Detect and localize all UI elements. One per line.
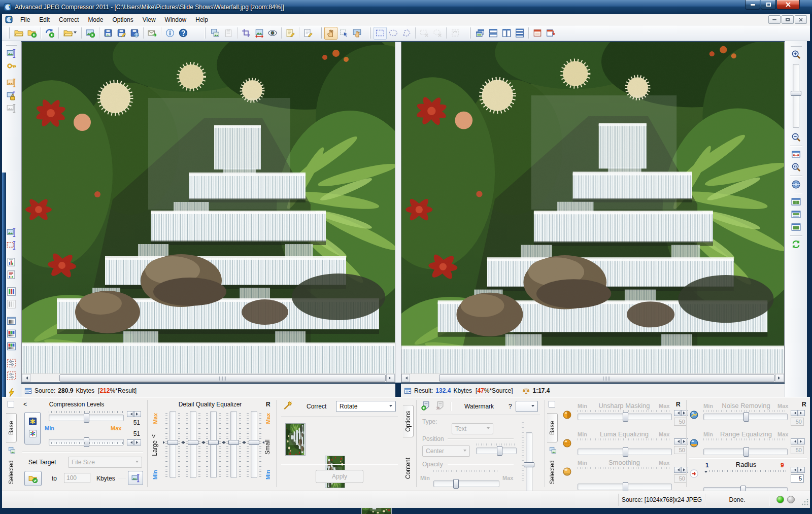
zoom-slider[interactable]: [793, 64, 799, 128]
menu-edit[interactable]: Edit: [35, 15, 54, 25]
menu-view[interactable]: View: [138, 15, 160, 25]
equalizer-thumb[interactable]: [208, 440, 219, 445]
child-close-button[interactable]: [795, 15, 807, 24]
toolbar-grabber[interactable]: [791, 45, 802, 47]
equalizer-slider-3[interactable]: [210, 411, 217, 478]
spin[interactable]: [791, 467, 805, 473]
slider-thumb[interactable]: [524, 462, 534, 467]
menu-options[interactable]: Options: [108, 15, 138, 25]
child-minimize-button[interactable]: [768, 15, 781, 24]
compress-locked-icon[interactable]: [5, 89, 18, 102]
correct-mode-dropdown[interactable]: Rotate: [336, 401, 396, 412]
slider-thumb[interactable]: [453, 479, 459, 489]
scroll-left-icon[interactable]: [22, 374, 30, 382]
close-button[interactable]: [776, 0, 800, 10]
position-dropdown[interactable]: Center: [422, 446, 470, 457]
equalizer-slider-2[interactable]: [190, 411, 196, 478]
equalizer-slider-5[interactable]: [251, 411, 257, 478]
child-restore-button[interactable]: [782, 15, 794, 24]
menu-correct[interactable]: Correct: [54, 15, 83, 25]
equalizer-slider-1[interactable]: [170, 411, 176, 478]
waterfall-image-source[interactable]: [22, 42, 395, 373]
luma-equalizing-slider[interactable]: [578, 449, 672, 455]
title-bar[interactable]: Advanced JPEG Compressor 2011 - [C:\User…: [0, 0, 812, 14]
watermark-add-icon[interactable]: [421, 401, 431, 412]
open-run-icon[interactable]: [25, 27, 39, 40]
compress-active-icon[interactable]: [5, 77, 18, 89]
toolbar-grabber[interactable]: [6, 45, 17, 46]
equalizer-thumb[interactable]: [249, 440, 259, 445]
tab-base[interactable]: Base: [6, 413, 17, 442]
open-folder-icon[interactable]: [12, 27, 25, 40]
watermark-size-slider[interactable]: [526, 432, 532, 497]
opacity-slider[interactable]: [433, 481, 499, 487]
slider-thumb[interactable]: [623, 447, 628, 457]
refresh-views-icon[interactable]: [790, 238, 803, 251]
equalizer-thumb[interactable]: [167, 440, 178, 445]
tab-image-icon[interactable]: [8, 447, 16, 454]
menu-help[interactable]: Help: [191, 15, 213, 25]
tab-base[interactable]: Base: [547, 413, 558, 442]
reset-label[interactable]: R: [266, 401, 270, 408]
zoom-select-icon[interactable]: [337, 27, 351, 40]
windows-horizontal-icon[interactable]: [487, 27, 500, 40]
save-for-web-icon[interactable]: [128, 27, 141, 40]
target-size-input[interactable]: [64, 473, 90, 483]
eq-collapse[interactable]: <: [150, 434, 157, 438]
toolbar-grabber[interactable]: [369, 27, 371, 39]
maximize-button[interactable]: [761, 0, 776, 10]
preview-frame-icon[interactable]: [5, 315, 18, 327]
zoom-actual-icon[interactable]: [790, 161, 803, 174]
compress-disabled-icon[interactable]: [5, 102, 18, 115]
red-eye-icon[interactable]: [266, 27, 279, 40]
deselect-icon[interactable]: [418, 27, 431, 40]
hand-tool-icon[interactable]: [324, 27, 337, 40]
reset-label[interactable]: R: [676, 401, 681, 408]
new-window-icon[interactable]: [544, 27, 557, 40]
help-icon[interactable]: [177, 27, 190, 40]
menu-file[interactable]: File: [16, 15, 35, 25]
crop-icon[interactable]: [240, 27, 253, 40]
unsharp-masking-slider[interactable]: [578, 414, 672, 420]
gray-channels-icon[interactable]: [5, 298, 18, 311]
rotate-left-thumbnail[interactable]: [285, 423, 306, 456]
compress-selection-icon[interactable]: [5, 239, 18, 252]
close-window-icon[interactable]: [531, 27, 544, 40]
histogram-icon[interactable]: [5, 256, 18, 268]
histogram-values-icon[interactable]: [5, 268, 18, 281]
range-equalizing-slider[interactable]: [703, 449, 788, 455]
compress-run-icon[interactable]: [43, 27, 56, 40]
waterfall-image-result[interactable]: [401, 42, 784, 373]
smoothing-icon[interactable]: [562, 467, 572, 478]
preview-rgb-icon[interactable]: [5, 327, 18, 340]
copy-icon[interactable]: [209, 27, 222, 40]
tab-selected[interactable]: Selected: [6, 456, 16, 489]
equalizer-thumb[interactable]: [228, 440, 239, 445]
scrollbar-thumb[interactable]: [439, 374, 775, 382]
slider-thumb[interactable]: [623, 412, 628, 422]
windows-cascade-icon[interactable]: [473, 27, 487, 40]
result-hscrollbar[interactable]: [401, 373, 784, 382]
view-side-by-side-icon[interactable]: [790, 195, 803, 208]
position-slider[interactable]: [476, 448, 517, 454]
select-rectangle-icon[interactable]: [374, 27, 387, 40]
invert-selection-icon[interactable]: [431, 27, 444, 40]
toolbar-grabber[interactable]: [469, 27, 471, 39]
luma-equalizing-icon[interactable]: [562, 438, 572, 450]
navigator-icon[interactable]: [790, 178, 803, 191]
minimize-button[interactable]: [745, 0, 760, 10]
compress-start-icon[interactable]: [84, 27, 97, 40]
edit-metadata-icon[interactable]: [284, 27, 297, 40]
pan-tool-icon[interactable]: [351, 27, 364, 40]
range-equalizing-icon[interactable]: [689, 438, 699, 450]
panel-equalizer-alt-icon[interactable]: [5, 369, 18, 382]
send-mail-icon[interactable]: [146, 27, 159, 40]
scroll-right-icon[interactable]: [386, 374, 395, 382]
view-horizontal-icon[interactable]: [790, 208, 803, 221]
smoothing-slider[interactable]: [578, 484, 672, 490]
select-polygon-icon[interactable]: [400, 27, 413, 40]
scroll-right-icon[interactable]: [775, 374, 784, 382]
spin-2[interactable]: [127, 439, 141, 446]
slider-thumb[interactable]: [497, 446, 502, 456]
noise-removing-slider[interactable]: [703, 414, 788, 420]
